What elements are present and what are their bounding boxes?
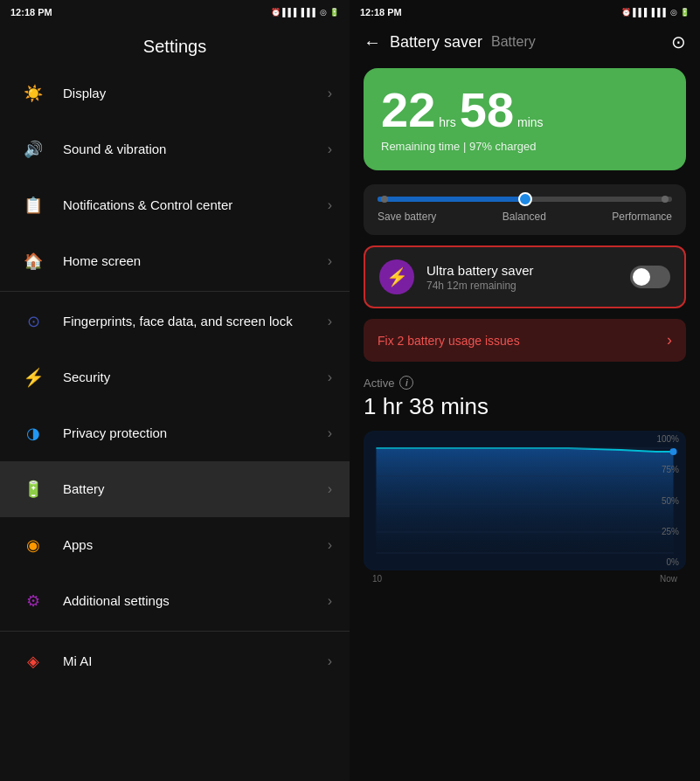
chart-x-labels: 10 Now: [364, 570, 686, 584]
fingerprints-label: Fingerprints, face data, and screen lock: [63, 313, 328, 330]
sidebar-item-notifications[interactable]: 📋 Notifications & Control center ›: [0, 177, 350, 233]
security-label: Security: [63, 369, 328, 386]
sound-chevron: ›: [328, 142, 332, 157]
apps-label: Apps: [63, 536, 328, 554]
additional-label: Additional settings: [63, 592, 328, 610]
status-bar-right: 12:18 PM ⏰ ▌▌▌ ▌▌▌ ◎ 🔋: [350, 0, 700, 24]
slider-label-balanced: Balanced: [502, 211, 546, 223]
privacy-label: Privacy protection: [63, 425, 328, 442]
back-button[interactable]: ←: [364, 32, 381, 52]
sidebar-item-security[interactable]: ⚡ Security ›: [0, 349, 350, 405]
header-subtitle[interactable]: Battery: [491, 34, 536, 50]
settings-title: Settings: [0, 24, 350, 66]
home-icon: 🏠: [17, 245, 49, 277]
privacy-icon: ◑: [17, 418, 49, 449]
battery-chevron: ›: [328, 481, 332, 497]
notifications-label: Notifications & Control center: [63, 197, 328, 214]
display-label: Display: [63, 85, 328, 102]
active-section: Active i 1 hr 38 mins: [364, 376, 686, 420]
sidebar-item-display[interactable]: ☀️ Display ›: [0, 66, 350, 121]
sidebar-item-miai[interactable]: ◈ Mi AI ›: [0, 633, 350, 689]
status-bar-left: 12:18 PM ⏰ ▌▌▌ ▌▌▌ ◎ 🔋: [0, 0, 350, 24]
sidebar-item-battery[interactable]: 🔋 Battery ›: [0, 461, 350, 517]
slider-track[interactable]: [378, 197, 672, 202]
fix-issues-chevron: ›: [667, 331, 672, 349]
slider-thumb[interactable]: [518, 192, 532, 206]
slider-label-save: Save battery: [378, 211, 436, 223]
right-panel: 12:18 PM ⏰ ▌▌▌ ▌▌▌ ◎ 🔋 ← Battery saver B…: [350, 0, 700, 781]
right-content: 22 hrs 58 mins Remaining time | 97% char…: [350, 59, 700, 781]
home-label: Home screen: [63, 252, 328, 270]
chart-x-now: Now: [660, 574, 677, 584]
sidebar-item-privacy[interactable]: ◑ Privacy protection ›: [0, 405, 350, 461]
miai-icon: ◈: [17, 646, 49, 677]
battery-hours: 22: [381, 86, 435, 135]
slider-fill: [378, 197, 525, 202]
battery-chart: 100% 75% 50% 25% 0%: [364, 431, 686, 570]
fingerprints-icon: ⊙: [17, 306, 49, 337]
privacy-chevron: ›: [328, 425, 332, 441]
chart-y-0: 0%: [656, 557, 679, 567]
ultra-saver-toggle[interactable]: [630, 266, 670, 288]
shield-icon[interactable]: ⊙: [671, 31, 686, 52]
chart-y-50: 50%: [656, 496, 679, 506]
slider-dot-left: [381, 196, 388, 203]
miai-chevron: ›: [328, 653, 332, 669]
left-panel: 12:18 PM ⏰ ▌▌▌ ▌▌▌ ◎ 🔋 Settings ☀️ Displ…: [0, 0, 350, 781]
battery-icon: 🔋: [17, 473, 49, 505]
chart-area: [377, 448, 674, 553]
battery-mins-label: mins: [517, 115, 544, 129]
battery-mode-slider[interactable]: Save battery Balanced Performance: [364, 184, 686, 235]
battery-mins: 58: [460, 86, 514, 135]
miai-label: Mi AI: [63, 653, 328, 670]
info-icon[interactable]: i: [399, 376, 413, 390]
ultra-saver-icon: ⚡: [379, 259, 414, 294]
right-header: ← Battery saver Battery ⊙: [350, 24, 700, 59]
chart-y-25: 25%: [656, 527, 679, 536]
slider-dot-right: [662, 196, 669, 203]
slider-labels: Save battery Balanced Performance: [378, 211, 672, 223]
active-time: 1 hr 38 mins: [364, 393, 686, 420]
display-icon: ☀️: [17, 78, 49, 109]
chart-y-100: 100%: [656, 434, 679, 444]
sound-icon: 🔊: [17, 134, 49, 165]
ultra-saver-subtitle: 74h 12m remaining: [426, 280, 618, 292]
active-label: Active i: [364, 376, 686, 390]
chart-x-10: 10: [372, 574, 382, 584]
apps-icon: ◉: [17, 529, 49, 561]
fix-issues-text: Fix 2 battery usage issues: [378, 334, 520, 348]
battery-hours-label: hrs: [439, 115, 455, 129]
header-title: Battery saver: [390, 33, 482, 52]
security-chevron: ›: [328, 370, 332, 385]
divider-1: [0, 291, 350, 292]
apps-chevron: ›: [328, 537, 332, 553]
sidebar-item-additional[interactable]: ⚙ Additional settings ›: [0, 573, 350, 629]
battery-time-display: 22 hrs 58 mins: [381, 86, 669, 135]
toggle-knob: [633, 268, 650, 286]
ultra-saver-title: Ultra battery saver: [426, 263, 618, 278]
fingerprints-chevron: ›: [328, 314, 332, 329]
fix-issues-button[interactable]: Fix 2 battery usage issues ›: [364, 319, 686, 362]
status-icons-right: ⏰ ▌▌▌ ▌▌▌ ◎ 🔋: [621, 8, 690, 17]
slider-label-performance: Performance: [612, 211, 672, 223]
settings-list: ☀️ Display › 🔊 Sound & vibration › 📋 Not…: [0, 66, 350, 781]
divider-2: [0, 631, 350, 632]
sidebar-item-home[interactable]: 🏠 Home screen ›: [0, 233, 350, 289]
sidebar-item-fingerprints[interactable]: ⊙ Fingerprints, face data, and screen lo…: [0, 294, 350, 349]
ultra-saver-info: Ultra battery saver 74h 12m remaining: [426, 263, 618, 292]
notifications-chevron: ›: [328, 197, 332, 213]
sidebar-item-sound[interactable]: 🔊 Sound & vibration ›: [0, 121, 350, 177]
sound-label: Sound & vibration: [63, 141, 328, 158]
ultra-saver-row[interactable]: ⚡ Ultra battery saver 74h 12m remaining: [364, 245, 686, 308]
security-icon: ⚡: [17, 362, 49, 393]
chart-svg: [372, 439, 677, 562]
display-chevron: ›: [328, 86, 332, 101]
chart-y-labels: 100% 75% 50% 25% 0%: [656, 431, 679, 570]
battery-card: 22 hrs 58 mins Remaining time | 97% char…: [364, 68, 686, 170]
additional-chevron: ›: [328, 593, 332, 609]
status-time-left: 12:18 PM: [10, 7, 52, 17]
additional-icon: ⚙: [17, 585, 49, 617]
battery-remaining-text: Remaining time | 97% charged: [381, 140, 669, 153]
status-icons-left: ⏰ ▌▌▌ ▌▌▌ ◎ 🔋: [271, 8, 339, 17]
sidebar-item-apps[interactable]: ◉ Apps ›: [0, 517, 350, 573]
